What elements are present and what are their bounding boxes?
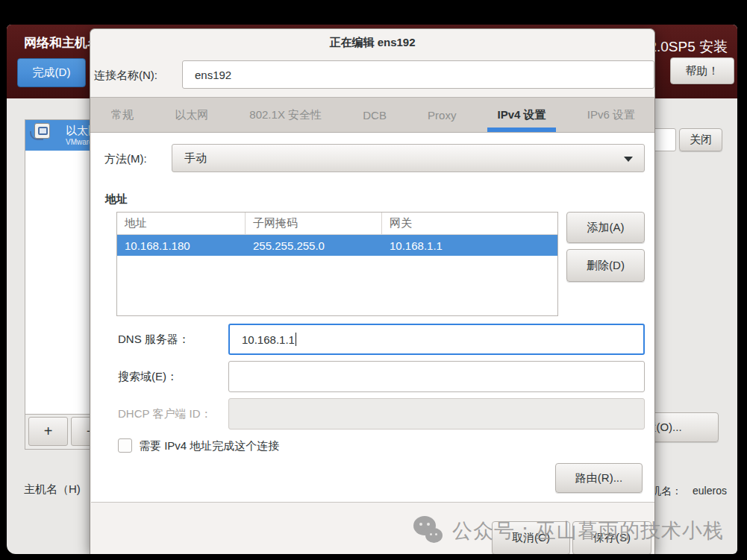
tab-8021x-security[interactable]: 802.1X 安全性: [249, 98, 322, 132]
table-row-selected[interactable]: 10.168.1.180 255.255.255.0 10.168.1.1: [117, 235, 557, 256]
done-button[interactable]: 完成(D): [17, 58, 86, 87]
chevron-down-icon: [624, 157, 633, 162]
cell-gateway: 10.168.1.1: [382, 235, 557, 256]
ethernet-icon: [34, 123, 50, 139]
column-header-address[interactable]: 地址: [117, 213, 246, 234]
dns-label: DNS 服务器：: [118, 333, 190, 347]
addresses-table-header: 地址 子网掩码 网关: [117, 213, 557, 235]
search-domains-label: 搜索域(E)：: [118, 370, 178, 384]
connection-name-label: 连接名称(N):: [94, 69, 157, 83]
tab-ipv6-settings[interactable]: IPv6 设置: [587, 98, 635, 132]
method-value: 手动: [184, 151, 207, 166]
page-title: 网络和主机名: [24, 34, 100, 51]
current-hostname-value: euleros: [693, 485, 727, 497]
dns-input[interactable]: 10.168.1.1: [228, 324, 645, 355]
edit-connection-dialog: 正在编辑 ens192 连接名称(N): ens192 常规 以太网 802.1…: [90, 28, 655, 554]
column-header-netmask[interactable]: 子网掩码: [246, 213, 382, 234]
tab-proxy[interactable]: Proxy: [428, 98, 456, 132]
add-address-button[interactable]: 添加(A): [566, 212, 645, 243]
close-button[interactable]: 关闭: [679, 128, 722, 151]
tab-ethernet[interactable]: 以太网: [175, 98, 208, 132]
wechat-icon: [412, 513, 446, 549]
require-ipv4-checkbox[interactable]: [118, 438, 132, 453]
cell-address: 10.168.1.180: [117, 235, 246, 256]
text-cursor: [296, 333, 296, 346]
dhcp-client-id-label: DHCP 客户端 ID：: [118, 407, 212, 421]
watermark: 公众号：巫山暮雨的技术小栈: [412, 513, 724, 549]
add-device-button[interactable]: +: [28, 417, 68, 446]
tab-ipv4-settings[interactable]: IPv4 设置: [498, 98, 546, 132]
method-label: 方法(M):: [104, 152, 147, 166]
help-button[interactable]: 帮助！: [670, 57, 734, 84]
hostname-label: 主机名（H): [24, 482, 81, 497]
column-header-gateway[interactable]: 网关: [382, 213, 557, 234]
settings-tabbar: 常规 以太网 802.1X 安全性 DCB Proxy IPv4 设置 IPv6…: [90, 97, 655, 133]
delete-address-button[interactable]: 删除(D): [566, 249, 645, 282]
dns-value: 10.168.1.1: [242, 333, 295, 346]
dhcp-client-id-input: [228, 398, 645, 430]
cell-netmask: 255.255.255.0: [246, 235, 382, 256]
watermark-text: 公众号：巫山暮雨的技术小栈: [452, 517, 724, 544]
method-dropdown[interactable]: 手动: [172, 144, 645, 172]
dialog-title: 正在编辑 ens192: [90, 36, 654, 50]
connection-name-input[interactable]: ens192: [182, 60, 654, 89]
search-domains-input[interactable]: [228, 361, 645, 392]
tab-dcb[interactable]: DCB: [363, 98, 387, 132]
letterbox-bottom: [0, 554, 747, 560]
require-ipv4-label: 需要 IPv4 地址完成这个连接: [139, 439, 279, 453]
tab-general[interactable]: 常规: [111, 98, 134, 132]
screen: 网络和主机名 EULEROS V2.0SP5 安装 完成(D) 帮助！ 关闭 以…: [0, 0, 747, 560]
addresses-label: 地址: [105, 192, 128, 207]
routes-button[interactable]: 路由(R)...: [555, 463, 643, 493]
addresses-table[interactable]: 地址 子网掩码 网关 10.168.1.180 255.255.255.0 10…: [116, 212, 558, 316]
